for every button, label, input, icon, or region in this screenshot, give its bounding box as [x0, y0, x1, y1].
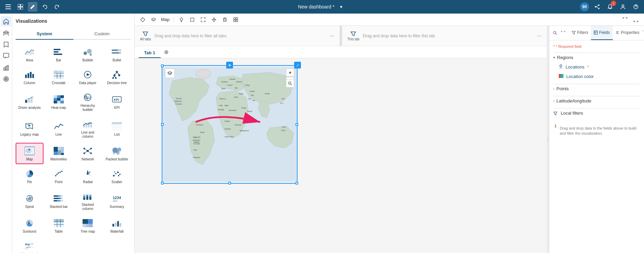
crop-btn[interactable] [187, 15, 197, 24]
viz-item-map[interactable]: Map [16, 143, 43, 164]
viz-item-bullet[interactable]: Bullet [103, 44, 131, 65]
undo-icon[interactable] [40, 2, 50, 12]
nav-chart-icon[interactable] [1, 62, 11, 73]
viz-item-word-cloud[interactable]: Bigsmallwordstextcloud Word cloud [16, 238, 43, 253]
zoom-fit-icon[interactable] [551, 29, 559, 37]
nav-chat-icon[interactable] [1, 51, 11, 61]
pin-btn[interactable] [177, 15, 186, 24]
local-filters-header[interactable]: Local filters [553, 108, 640, 118]
this-tab-label: This tab [347, 37, 360, 41]
map-search-btn[interactable] [286, 79, 294, 87]
zoom-out-btn[interactable] [631, 15, 641, 24]
lat-lng-header[interactable]: › Latitude/longitude [553, 96, 640, 105]
handle-bot-right[interactable] [296, 182, 298, 184]
nav-home-icon[interactable] [1, 16, 11, 26]
move-btn[interactable] [209, 15, 219, 24]
viz-item-driver-analysis[interactable]: Driver analysis [16, 89, 43, 115]
nav-team-icon[interactable] [1, 28, 11, 38]
viz-item-line-column[interactable]: Line and column [74, 116, 102, 141]
this-tab-more[interactable]: ··· [537, 33, 541, 39]
points-header[interactable]: › Points [553, 84, 640, 93]
tab-properties[interactable]: Properties [613, 26, 642, 40]
corner-action-icon[interactable]: ⤢ [294, 62, 301, 69]
user-icon[interactable] [618, 2, 628, 12]
viz-item-stacked-bar[interactable]: Stacked bar [45, 188, 73, 214]
tab-filters[interactable]: Filters [569, 26, 591, 40]
nav-bookmark-icon[interactable] [1, 39, 11, 50]
layers-btn[interactable] [149, 15, 158, 24]
viz-item-bubble[interactable]: Bubble [74, 44, 102, 65]
delete-btn[interactable] [220, 15, 230, 24]
viz-item-kpi[interactable]: KPI KPI [103, 89, 131, 115]
heat-map-icon [53, 94, 65, 105]
menu-icon[interactable] [3, 2, 13, 12]
viz-item-line[interactable]: Line [45, 116, 73, 141]
viz-item-column[interactable]: Column [16, 66, 43, 88]
regions-header[interactable]: ▾ Regions [553, 53, 640, 62]
lat-lng-section: › Latitude/longitude [553, 96, 640, 105]
handle-bot-left[interactable] [161, 182, 164, 184]
viz-item-pie[interactable]: Pie [16, 166, 43, 187]
viz-item-network[interactable]: Network [74, 143, 102, 164]
viz-item-heat-map[interactable]: Heat map [45, 89, 73, 115]
move-action-icon[interactable]: ✥ [226, 62, 233, 69]
viz-item-table[interactable]: Table [45, 215, 73, 236]
viz-item-point[interactable]: Point [45, 166, 73, 187]
target-btn[interactable] [138, 15, 147, 24]
viz-item-spiral[interactable]: Spiral [16, 188, 43, 214]
grid-btn[interactable] [231, 15, 240, 24]
viz-grid: Area Bar Bubble Bullet [16, 44, 131, 253]
viz-item-crosstab[interactable]: Crosstab [45, 66, 73, 88]
viz-item-marimekko[interactable]: Marimekko [45, 143, 73, 164]
share-icon[interactable] [592, 2, 602, 12]
viz-item-tree-map[interactable]: Tree map [74, 215, 102, 236]
tab-1[interactable]: Tab 1 [139, 48, 161, 58]
viz-item-decision-tree[interactable]: Decision tree [103, 66, 131, 88]
handle-bot-mid[interactable] [228, 182, 231, 184]
viz-item-area[interactable]: Area [16, 44, 43, 65]
help-icon[interactable] [631, 2, 641, 12]
viz-panel-title: Visualizations [16, 17, 131, 25]
title-dropdown-icon[interactable]: ▾ [337, 2, 346, 12]
viz-item-stacked-column[interactable]: Stacked column [74, 188, 102, 214]
dashboard-icon[interactable] [16, 2, 25, 12]
viz-item-sunburst[interactable]: Sunburst [16, 215, 43, 236]
tab-fields[interactable]: Fields [591, 26, 613, 40]
viz-item-legacy-map[interactable]: Legacy map [16, 116, 43, 141]
svg-text:1234: 1234 [113, 196, 121, 200]
notification-badge: 1 [611, 1, 616, 6]
viz-item-hierarchy-bubble[interactable]: Hierarchy bubble [74, 89, 102, 115]
right-panel-more[interactable]: ··· [642, 26, 644, 35]
svg-line-56 [114, 76, 116, 77]
map-zoom-in-btn[interactable]: + [286, 69, 294, 77]
viz-item-data-player[interactable]: Data player [74, 66, 102, 88]
viz-item-list[interactable]: List [103, 116, 131, 141]
all-tabs-more[interactable]: ··· [329, 33, 334, 39]
viz-item-waterfall[interactable]: Waterfall [103, 215, 131, 236]
handle-top-left[interactable] [161, 64, 164, 67]
tab-system[interactable]: System [16, 28, 73, 40]
bar-icon [53, 46, 65, 57]
svg-point-236 [560, 65, 562, 67]
zoom-expand-icon[interactable] [559, 29, 567, 37]
viz-item-bar[interactable]: Bar [45, 44, 73, 65]
handle-mid-right[interactable] [296, 123, 298, 126]
viz-item-packed-bubble[interactable]: Packed bubble [103, 143, 131, 164]
nav-target-icon[interactable] [1, 74, 11, 84]
viz-item-radial[interactable]: Radial [74, 166, 102, 187]
edit-icon[interactable] [28, 2, 37, 12]
viz-item-scatter[interactable]: Scatter [103, 166, 131, 187]
decision-tree-icon [111, 69, 123, 80]
tab-add-btn[interactable]: ⊕ [162, 48, 170, 56]
svg-text:Iran: Iran [252, 100, 255, 101]
svg-rect-138 [89, 194, 91, 195]
map-layers-btn[interactable] [165, 69, 175, 78]
map-visualization[interactable]: ⤢ ✥ [162, 65, 298, 184]
tab-custom[interactable]: Custom [73, 28, 131, 40]
redo-icon[interactable] [52, 2, 62, 12]
viz-item-summary[interactable]: 1234ABC Summary [103, 188, 131, 214]
location-icon [559, 64, 563, 70]
zoom-fit-btn[interactable] [620, 15, 630, 24]
expand-btn[interactable] [198, 15, 208, 24]
handle-mid-left[interactable] [161, 123, 164, 126]
